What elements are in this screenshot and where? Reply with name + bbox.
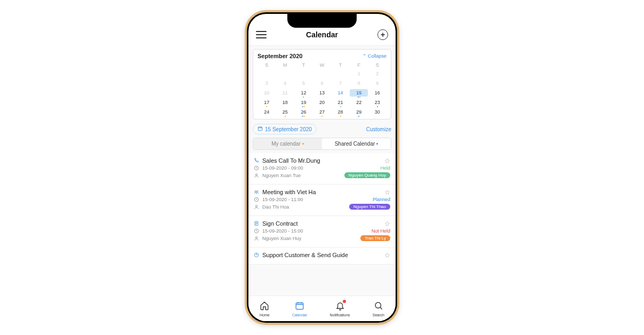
content: September 2020 ⌃ Collapse SMTWTFS 123456… — [248, 46, 396, 296]
day-cell[interactable]: 30 — [368, 108, 387, 116]
event-status: Planned — [373, 197, 390, 202]
day-cell[interactable]: 28 — [331, 108, 350, 116]
segment-control: My calendar Shared Calendar — [253, 138, 391, 150]
user-icon — [254, 173, 259, 178]
star-icon[interactable] — [384, 221, 390, 227]
assignee-pill: Nguyen Quang Huy — [344, 172, 390, 178]
star-icon[interactable] — [384, 189, 390, 195]
clock-icon — [254, 228, 259, 234]
day-cell[interactable]: 27 — [313, 108, 332, 116]
user-icon — [254, 204, 259, 210]
day-cell[interactable]: 21 — [331, 99, 350, 106]
svg-point-3 — [255, 191, 256, 193]
svg-point-6 — [255, 205, 257, 206]
day-cell[interactable]: 11 — [276, 89, 295, 97]
event-person: Nguyen Xuan Tue — [262, 173, 341, 178]
day-cell[interactable]: 16 — [368, 89, 387, 97]
event-item[interactable]: Support Customer & Send Guide — [248, 248, 396, 265]
day-cell[interactable]: 1 — [350, 70, 368, 77]
event-time: 15-09-2020 - 11:00 — [262, 197, 369, 202]
event-item[interactable]: Sales Call To Mr.Dung15-09-2020 - 09:00H… — [248, 153, 396, 185]
svg-point-12 — [375, 302, 381, 308]
day-cell — [294, 70, 313, 77]
event-item[interactable]: Sign Contract15-09-2020 - 15:00Not HeldN… — [248, 216, 396, 248]
dow-cell: S — [368, 62, 387, 68]
day-cell[interactable]: 8 — [350, 79, 368, 87]
event-title: Sales Call To Mr.Dung — [262, 157, 381, 164]
event-person: Dao Thi Hoa — [262, 204, 346, 210]
phone-inner: Calendar + September 2020 ⌃ Collapse SMT… — [247, 12, 397, 323]
search-icon — [374, 301, 383, 313]
day-cell[interactable]: 5 — [294, 79, 313, 87]
day-cell[interactable]: 9 — [368, 79, 387, 87]
dow-cell: T — [331, 62, 350, 68]
event-title: Support Customer & Send Guide — [262, 252, 381, 258]
segment-my-calendar[interactable]: My calendar — [253, 138, 322, 149]
day-cell[interactable]: 7 — [331, 79, 350, 87]
clock-icon — [254, 165, 259, 171]
day-cell[interactable]: 2 — [368, 70, 387, 77]
calendar-icon — [295, 301, 304, 313]
user-icon — [254, 236, 259, 241]
day-cell[interactable]: 15 — [350, 89, 368, 97]
star-icon[interactable] — [384, 158, 390, 164]
star-icon[interactable] — [384, 252, 390, 258]
home-icon — [260, 301, 269, 313]
svg-rect-11 — [296, 302, 303, 309]
day-cell[interactable]: 14 — [331, 89, 350, 97]
page-title: Calendar — [306, 30, 338, 39]
tab-label: Search — [373, 313, 384, 317]
customize-link[interactable]: Customize — [366, 126, 391, 132]
tab-bar: HomeCalendarNotificationsSearch — [248, 296, 396, 321]
day-cell[interactable]: 6 — [313, 79, 332, 87]
dow-cell: F — [350, 62, 368, 68]
event-status: Not Held — [372, 228, 390, 234]
day-cell[interactable]: 25 — [276, 108, 295, 116]
day-cell[interactable]: 13 — [313, 89, 332, 97]
assignee-pill: Nguyen Thi Thao — [349, 204, 390, 210]
segment-shared-calendar[interactable]: Shared Calendar — [322, 138, 391, 149]
day-cell[interactable]: 18 — [276, 99, 295, 106]
phone-frame: Calendar + September 2020 ⌃ Collapse SMT… — [245, 10, 399, 325]
day-cell[interactable]: 10 — [257, 89, 276, 97]
clock-icon — [254, 197, 259, 202]
add-button[interactable]: + — [377, 29, 388, 40]
collapse-button[interactable]: ⌃ Collapse — [363, 53, 387, 59]
day-cell[interactable]: 29 — [350, 108, 368, 116]
event-title: Sign Contract — [262, 220, 381, 227]
day-cell[interactable]: 22 — [350, 99, 368, 106]
dow-cell: W — [313, 62, 332, 68]
day-cell[interactable]: 3 — [257, 79, 276, 87]
badge — [343, 300, 346, 303]
day-cell[interactable]: 12 — [294, 89, 313, 97]
screen: Calendar + September 2020 ⌃ Collapse SMT… — [248, 14, 396, 321]
svg-rect-0 — [258, 127, 262, 131]
day-cell — [276, 70, 295, 77]
day-of-week-row: SMTWTFS — [257, 62, 387, 68]
tab-search[interactable]: Search — [373, 301, 384, 317]
menu-icon[interactable] — [256, 31, 267, 38]
event-title: Meeting with Viet Ha — [262, 189, 381, 195]
notch — [287, 14, 357, 28]
day-cell[interactable]: 23 — [368, 99, 387, 106]
day-cell[interactable]: 20 — [313, 99, 332, 106]
day-cell[interactable]: 26 — [294, 108, 313, 116]
date-chip[interactable]: 15 September 2020 — [253, 124, 317, 134]
calendar-icon — [257, 126, 263, 132]
svg-point-9 — [255, 236, 257, 238]
tab-home[interactable]: Home — [260, 301, 270, 317]
event-item[interactable]: Meeting with Viet Ha15-09-2020 - 11:00Pl… — [248, 185, 396, 216]
tab-label: Home — [260, 313, 270, 317]
month-label: September 2020 — [257, 53, 302, 59]
tab-calendar[interactable]: Calendar — [292, 301, 307, 317]
day-cell[interactable]: 19 — [294, 99, 313, 106]
svg-point-4 — [256, 191, 258, 193]
day-cell[interactable]: 24 — [257, 108, 276, 116]
tab-notifications[interactable]: Notifications — [329, 301, 350, 317]
support-icon — [254, 252, 259, 258]
dow-cell: M — [276, 62, 295, 68]
dow-cell: S — [257, 62, 276, 68]
day-cell[interactable]: 17 — [257, 99, 276, 106]
day-cell[interactable]: 4 — [276, 79, 295, 87]
day-cell — [331, 70, 350, 77]
